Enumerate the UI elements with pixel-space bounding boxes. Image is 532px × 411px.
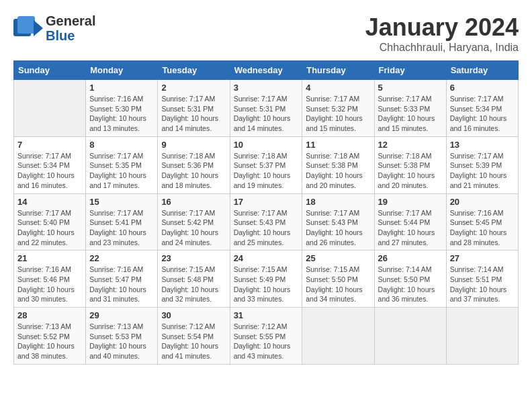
day-number: 19 bbox=[378, 197, 443, 207]
week-row-1: 1 Sunrise: 7:16 AMSunset: 5:30 PMDayligh… bbox=[14, 80, 519, 137]
day-number: 20 bbox=[450, 197, 515, 207]
day-number: 28 bbox=[17, 310, 82, 320]
day-number: 7 bbox=[17, 140, 82, 150]
day-number: 21 bbox=[17, 253, 82, 263]
day-info: Sunrise: 7:15 AMSunset: 5:50 PMDaylight:… bbox=[306, 265, 363, 303]
day-info: Sunrise: 7:17 AMSunset: 5:32 PMDaylight:… bbox=[306, 95, 363, 132]
day-cell: 9 Sunrise: 7:18 AMSunset: 5:36 PMDayligh… bbox=[158, 136, 230, 193]
day-number: 24 bbox=[234, 253, 299, 263]
col-tuesday: Tuesday bbox=[158, 61, 230, 80]
day-info: Sunrise: 7:17 AMSunset: 5:34 PMDaylight:… bbox=[17, 152, 75, 189]
day-info: Sunrise: 7:17 AMSunset: 5:33 PMDaylight:… bbox=[378, 95, 435, 132]
day-cell: 15 Sunrise: 7:17 AMSunset: 5:41 PMDaylig… bbox=[86, 193, 158, 250]
logo-blue: Blue bbox=[46, 28, 75, 43]
calendar-table: Sunday Monday Tuesday Wednesday Thursday… bbox=[13, 60, 519, 365]
day-info: Sunrise: 7:18 AMSunset: 5:38 PMDaylight:… bbox=[306, 152, 363, 189]
day-cell: 20 Sunrise: 7:16 AMSunset: 5:45 PMDaylig… bbox=[446, 193, 518, 250]
day-number: 17 bbox=[234, 197, 299, 207]
day-info: Sunrise: 7:17 AMSunset: 5:31 PMDaylight:… bbox=[234, 95, 291, 132]
day-number: 22 bbox=[89, 253, 154, 263]
day-cell: 12 Sunrise: 7:18 AMSunset: 5:38 PMDaylig… bbox=[374, 136, 446, 193]
day-info: Sunrise: 7:15 AMSunset: 5:49 PMDaylight:… bbox=[234, 265, 291, 303]
calendar-location: Chhachhrauli, Haryana, India bbox=[365, 42, 519, 54]
col-wednesday: Wednesday bbox=[230, 61, 302, 80]
day-info: Sunrise: 7:17 AMSunset: 5:42 PMDaylight:… bbox=[161, 209, 218, 246]
day-cell bbox=[302, 308, 374, 365]
day-number: 6 bbox=[450, 83, 515, 93]
day-cell: 26 Sunrise: 7:14 AMSunset: 5:50 PMDaylig… bbox=[374, 250, 446, 308]
day-info: Sunrise: 7:16 AMSunset: 5:45 PMDaylight:… bbox=[450, 209, 507, 246]
col-friday: Friday bbox=[374, 61, 446, 80]
col-saturday: Saturday bbox=[446, 61, 518, 80]
day-info: Sunrise: 7:17 AMSunset: 5:35 PMDaylight:… bbox=[89, 152, 146, 189]
day-info: Sunrise: 7:18 AMSunset: 5:37 PMDaylight:… bbox=[234, 152, 291, 189]
day-number: 29 bbox=[89, 310, 154, 320]
day-cell: 1 Sunrise: 7:16 AMSunset: 5:30 PMDayligh… bbox=[86, 80, 158, 137]
day-number: 5 bbox=[378, 83, 443, 93]
day-cell: 8 Sunrise: 7:17 AMSunset: 5:35 PMDayligh… bbox=[86, 136, 158, 193]
day-cell: 18 Sunrise: 7:17 AMSunset: 5:43 PMDaylig… bbox=[302, 193, 374, 250]
day-info: Sunrise: 7:13 AMSunset: 5:53 PMDaylight:… bbox=[89, 322, 146, 360]
day-cell: 10 Sunrise: 7:18 AMSunset: 5:37 PMDaylig… bbox=[230, 136, 302, 193]
day-cell: 28 Sunrise: 7:13 AMSunset: 5:52 PMDaylig… bbox=[14, 308, 86, 365]
day-number: 23 bbox=[161, 253, 226, 263]
day-number: 14 bbox=[17, 197, 82, 207]
day-info: Sunrise: 7:17 AMSunset: 5:31 PMDaylight:… bbox=[161, 95, 218, 132]
day-number: 27 bbox=[450, 253, 515, 263]
day-cell: 2 Sunrise: 7:17 AMSunset: 5:31 PMDayligh… bbox=[158, 80, 230, 137]
day-info: Sunrise: 7:15 AMSunset: 5:48 PMDaylight:… bbox=[161, 265, 218, 303]
day-cell: 21 Sunrise: 7:16 AMSunset: 5:46 PMDaylig… bbox=[14, 250, 86, 308]
week-row-2: 7 Sunrise: 7:17 AMSunset: 5:34 PMDayligh… bbox=[14, 136, 519, 193]
day-cell bbox=[374, 308, 446, 365]
col-monday: Monday bbox=[86, 61, 158, 80]
title-block: January 2024 Chhachhrauli, Haryana, Indi… bbox=[365, 13, 519, 54]
day-cell: 7 Sunrise: 7:17 AMSunset: 5:34 PMDayligh… bbox=[14, 136, 86, 193]
svg-marker-2 bbox=[34, 20, 43, 36]
week-row-3: 14 Sunrise: 7:17 AMSunset: 5:40 PMDaylig… bbox=[14, 193, 519, 250]
col-sunday: Sunday bbox=[14, 61, 86, 80]
day-cell: 29 Sunrise: 7:13 AMSunset: 5:53 PMDaylig… bbox=[86, 308, 158, 365]
day-info: Sunrise: 7:18 AMSunset: 5:38 PMDaylight:… bbox=[378, 152, 435, 189]
svg-rect-1 bbox=[17, 16, 35, 34]
day-info: Sunrise: 7:12 AMSunset: 5:54 PMDaylight:… bbox=[161, 322, 218, 360]
day-cell bbox=[446, 308, 518, 365]
day-cell: 25 Sunrise: 7:15 AMSunset: 5:50 PMDaylig… bbox=[302, 250, 374, 308]
day-info: Sunrise: 7:17 AMSunset: 5:43 PMDaylight:… bbox=[306, 209, 363, 246]
day-cell: 17 Sunrise: 7:17 AMSunset: 5:43 PMDaylig… bbox=[230, 193, 302, 250]
day-info: Sunrise: 7:18 AMSunset: 5:36 PMDaylight:… bbox=[161, 152, 218, 189]
day-info: Sunrise: 7:16 AMSunset: 5:46 PMDaylight:… bbox=[17, 265, 75, 303]
day-number: 16 bbox=[161, 197, 226, 207]
day-cell: 6 Sunrise: 7:17 AMSunset: 5:34 PMDayligh… bbox=[446, 80, 518, 137]
day-number: 8 bbox=[89, 140, 154, 150]
day-number: 3 bbox=[234, 83, 299, 93]
day-cell: 16 Sunrise: 7:17 AMSunset: 5:42 PMDaylig… bbox=[158, 193, 230, 250]
day-cell: 11 Sunrise: 7:18 AMSunset: 5:38 PMDaylig… bbox=[302, 136, 374, 193]
day-number: 15 bbox=[89, 197, 154, 207]
day-cell: 5 Sunrise: 7:17 AMSunset: 5:33 PMDayligh… bbox=[374, 80, 446, 137]
day-number: 25 bbox=[306, 253, 370, 263]
day-info: Sunrise: 7:17 AMSunset: 5:39 PMDaylight:… bbox=[450, 152, 507, 189]
day-cell: 23 Sunrise: 7:15 AMSunset: 5:48 PMDaylig… bbox=[158, 250, 230, 308]
day-info: Sunrise: 7:17 AMSunset: 5:34 PMDaylight:… bbox=[450, 95, 507, 132]
header-row: Sunday Monday Tuesday Wednesday Thursday… bbox=[14, 61, 519, 80]
day-info: Sunrise: 7:16 AMSunset: 5:47 PMDaylight:… bbox=[89, 265, 146, 303]
day-number: 10 bbox=[234, 140, 299, 150]
day-number: 30 bbox=[161, 310, 226, 320]
day-number: 31 bbox=[234, 310, 299, 320]
day-cell: 13 Sunrise: 7:17 AMSunset: 5:39 PMDaylig… bbox=[446, 136, 518, 193]
day-info: Sunrise: 7:17 AMSunset: 5:41 PMDaylight:… bbox=[89, 209, 146, 246]
day-info: Sunrise: 7:14 AMSunset: 5:50 PMDaylight:… bbox=[378, 265, 435, 303]
day-info: Sunrise: 7:17 AMSunset: 5:40 PMDaylight:… bbox=[17, 209, 75, 246]
day-cell: 19 Sunrise: 7:17 AMSunset: 5:44 PMDaylig… bbox=[374, 193, 446, 250]
day-cell: 3 Sunrise: 7:17 AMSunset: 5:31 PMDayligh… bbox=[230, 80, 302, 137]
day-number: 11 bbox=[306, 140, 370, 150]
calendar-title: January 2024 bbox=[365, 13, 519, 42]
logo: General Blue bbox=[13, 13, 95, 43]
week-row-4: 21 Sunrise: 7:16 AMSunset: 5:46 PMDaylig… bbox=[14, 250, 519, 308]
day-number: 12 bbox=[378, 140, 443, 150]
logo-general: General bbox=[46, 13, 95, 28]
day-number: 9 bbox=[161, 140, 226, 150]
day-number: 26 bbox=[378, 253, 443, 263]
day-number: 18 bbox=[306, 197, 370, 207]
day-info: Sunrise: 7:14 AMSunset: 5:51 PMDaylight:… bbox=[450, 265, 507, 303]
